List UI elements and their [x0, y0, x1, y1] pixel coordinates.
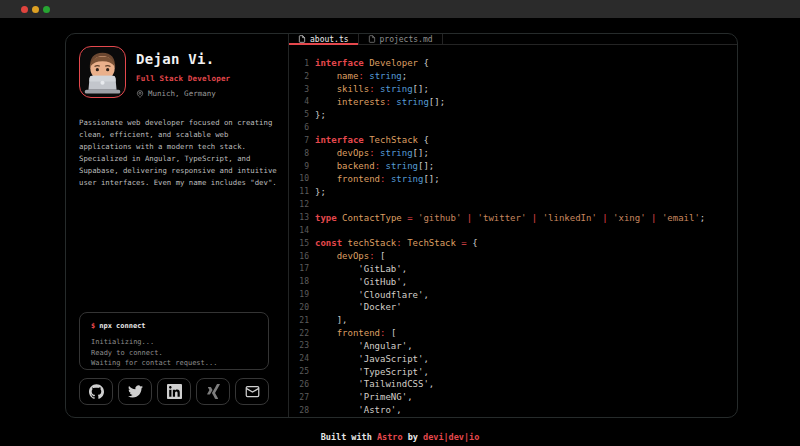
linkedin-link[interactable] [157, 378, 191, 405]
line-number: 27 [292, 391, 309, 404]
line-number: 5 [292, 109, 309, 122]
code-line-content: const techStack: TechStack = { [315, 237, 478, 250]
terminal-command-line: $ npx connect [91, 322, 257, 330]
line-number: 12 [292, 199, 309, 212]
line-number: 14 [292, 224, 309, 237]
code-line-content: frontend: string[]; [315, 173, 440, 186]
code-line-content: interests: string[]; [315, 96, 445, 109]
code-line-content: 'GitHub', [315, 276, 407, 289]
line-number: 9 [292, 160, 309, 173]
line-number: 17 [292, 263, 309, 276]
social-links-row [79, 378, 269, 405]
code-line-content: }; [315, 109, 326, 122]
code-line: 20 'Docker' [292, 301, 737, 314]
terminal-prompt: $ [91, 322, 95, 330]
code-line-content: devOps: string[]; [315, 147, 429, 160]
code-line: 27 'PrimeNG', [292, 391, 737, 404]
code-line: 12 [292, 199, 737, 212]
terminal-output-line: Waiting for contact request... [91, 358, 257, 369]
profile-bio: Passionate web developer focused on crea… [79, 117, 282, 189]
code-line: 9 backend: string[]; [292, 160, 737, 173]
line-number: 15 [292, 237, 309, 250]
code-line: 14 [292, 224, 737, 237]
terminal-output-line: Ready to connect. [91, 348, 257, 359]
identity-block: Dejan Vi. Full Stack Developer Munich, G… [136, 46, 230, 98]
twitter-link[interactable] [118, 378, 152, 405]
line-number: 28 [292, 404, 309, 417]
line-number: 4 [292, 96, 309, 109]
code-line: 1interface Developer { [292, 57, 737, 70]
line-number: 20 [292, 301, 309, 314]
code-line: 26 'TailwindCSS', [292, 378, 737, 391]
footer-by: by [403, 432, 423, 442]
tab-projects-md[interactable]: projects.md [359, 34, 443, 44]
profile-location: Munich, Germany [136, 89, 230, 98]
code-line-content: 'Cloudflare', [315, 289, 429, 302]
footer-prefix: Built with [321, 432, 377, 442]
code-line-content: ], [315, 314, 348, 327]
line-number: 6 [292, 122, 309, 135]
editor-tabbar: about.tsprojects.md [289, 34, 737, 45]
code-line: 16 devOps: [ [292, 250, 737, 263]
code-line-content: 'TypeScript', [315, 366, 429, 379]
location-pin-icon [136, 90, 144, 98]
code-line: 10 frontend: string[]; [292, 173, 737, 186]
line-number: 2 [292, 70, 309, 83]
code-line-content: 'Angular', [315, 340, 413, 353]
memoji-avatar-icon [80, 47, 125, 97]
line-number: 19 [292, 289, 309, 302]
code-line: 2 name: string; [292, 70, 737, 83]
code-line: 18 'GitHub', [292, 276, 737, 289]
line-number: 1 [292, 57, 309, 70]
profile-title: Full Stack Developer [136, 74, 230, 83]
maximize-button[interactable] [43, 6, 50, 13]
site-footer: Built with Astro by devi|dev|io [0, 432, 800, 442]
line-number: 24 [292, 353, 309, 366]
tab-about-ts[interactable]: about.ts [289, 34, 359, 44]
code-line: 17 'GitLab', [292, 263, 737, 276]
profile-panel: Dejan Vi. Full Stack Developer Munich, G… [66, 34, 289, 417]
code-line-content: 'JavaScript', [315, 353, 429, 366]
line-number: 26 [292, 378, 309, 391]
github-link[interactable] [79, 378, 113, 405]
terminal-widget: $ npx connect Initializing...Ready to co… [79, 312, 269, 370]
code-line: 19 'Cloudflare', [292, 289, 737, 302]
line-number: 23 [292, 340, 309, 353]
email-link[interactable] [235, 378, 269, 405]
code-line-content: frontend: [ [315, 327, 396, 340]
footer-brand-link[interactable]: devi|dev|io [423, 432, 479, 442]
code-line: 5}; [292, 109, 737, 122]
code-line-content: 'TailwindCSS', [315, 378, 434, 391]
xing-link[interactable] [196, 378, 230, 405]
minimize-button[interactable] [32, 6, 39, 13]
location-text: Munich, Germany [148, 89, 216, 98]
footer-astro-link[interactable]: Astro [377, 432, 403, 442]
file-icon [298, 35, 306, 43]
code-line: 11}; [292, 186, 737, 199]
github-icon [89, 384, 104, 399]
code-line: 28 'Astro', [292, 404, 737, 417]
line-number: 21 [292, 314, 309, 327]
tab-label: about.ts [310, 35, 349, 44]
code-line-content: 'Docker' [315, 301, 402, 314]
terminal-output: Initializing...Ready to connect.Waiting … [91, 337, 257, 369]
code-line-content: interface Developer { [315, 57, 429, 70]
code-line: 25 'TypeScript', [292, 366, 737, 379]
close-button[interactable] [21, 6, 28, 13]
tab-label: projects.md [380, 35, 433, 44]
code-line-content: }; [315, 186, 326, 199]
line-number: 11 [292, 186, 309, 199]
window-titlebar [0, 0, 800, 18]
spacer [79, 189, 276, 312]
line-number: 3 [292, 83, 309, 96]
twitter-icon [128, 384, 143, 399]
code-line-content: devOps: [ [315, 250, 385, 263]
code-line-content: skills: string[]; [315, 83, 429, 96]
line-number: 18 [292, 276, 309, 289]
line-number: 7 [292, 134, 309, 147]
profile-name: Dejan Vi. [136, 51, 230, 67]
code-line: 6 [292, 122, 737, 135]
xing-icon [206, 384, 221, 399]
code-line: 4 interests: string[]; [292, 96, 737, 109]
code-line-content: name: string; [315, 70, 407, 83]
